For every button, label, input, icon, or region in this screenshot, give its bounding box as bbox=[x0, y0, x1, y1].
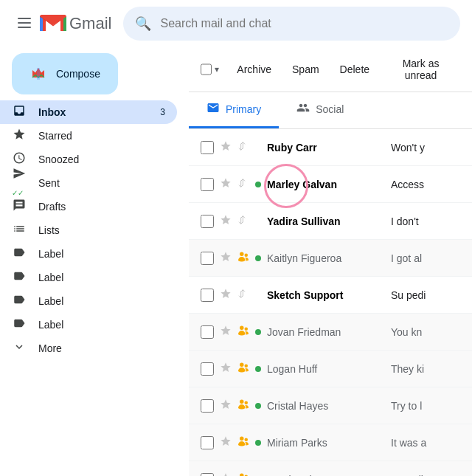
email-preview: They ki bbox=[391, 363, 460, 375]
tab-primary[interactable]: Primary bbox=[189, 92, 279, 128]
svg-rect-0 bbox=[18, 18, 31, 19]
star-icon[interactable] bbox=[220, 399, 232, 413]
email-checkbox[interactable] bbox=[201, 436, 214, 449]
email-checkbox[interactable] bbox=[201, 141, 214, 154]
star-icon[interactable] bbox=[220, 435, 232, 450]
sidebar-item-label-drafts: Drafts bbox=[38, 201, 66, 213]
select-dropdown-icon[interactable]: ▾ bbox=[215, 64, 219, 75]
sidebar-item-more[interactable]: More bbox=[0, 337, 177, 360]
email-row[interactable]: Sketch SupportSu pedi bbox=[189, 277, 472, 314]
email-preview: You wil bbox=[391, 474, 460, 477]
email-checkbox[interactable] bbox=[201, 325, 214, 339]
archive-button[interactable]: Archive bbox=[228, 59, 280, 80]
forward-icon bbox=[237, 435, 249, 450]
label3-icon bbox=[12, 293, 27, 310]
email-preview: Su pedi bbox=[391, 289, 460, 301]
email-preview: I don't bbox=[391, 215, 460, 227]
sender-name: Jovan Friedman bbox=[267, 326, 385, 338]
mark-unread-button[interactable]: Mark as unread bbox=[381, 53, 460, 86]
tabs-bar: Primary Social bbox=[189, 92, 472, 129]
sidebar-item-label2[interactable]: Label bbox=[0, 266, 177, 289]
delete-button[interactable]: Delete bbox=[331, 59, 378, 80]
email-checkbox[interactable] bbox=[201, 252, 214, 265]
status-dot bbox=[255, 366, 261, 372]
sidebar-item-label4[interactable]: Label bbox=[0, 313, 177, 337]
forward-icon bbox=[237, 472, 249, 477]
email-preview: Try to l bbox=[391, 400, 460, 412]
email-row[interactable]: Brooks RiceYou wil bbox=[189, 461, 472, 476]
email-row[interactable]: Jovan FriedmanYou kn bbox=[189, 314, 472, 351]
sidebar-item-drafts[interactable]: Drafts bbox=[0, 195, 177, 218]
star-icon[interactable] bbox=[220, 325, 232, 339]
forward-icon bbox=[237, 325, 249, 339]
email-row[interactable]: Ruby CarrWon't y bbox=[189, 129, 472, 166]
search-input[interactable] bbox=[160, 17, 448, 30]
star-icon[interactable] bbox=[220, 140, 232, 155]
sidebar-item-label-label2: Label bbox=[38, 272, 63, 283]
sidebar-item-starred[interactable]: Starred bbox=[0, 124, 177, 148]
compose-button[interactable]: Compose bbox=[12, 53, 118, 94]
sidebar-item-label-more: More bbox=[38, 342, 62, 354]
sender-name: Marley Galvan bbox=[267, 179, 385, 190]
tab-primary-label: Primary bbox=[226, 103, 261, 115]
email-checkbox[interactable] bbox=[201, 362, 214, 376]
sidebar-item-lists[interactable]: Lists bbox=[0, 218, 177, 242]
email-checkbox[interactable] bbox=[201, 399, 214, 413]
sidebar: Compose Inbox3StarredSnoozed✓✓SentDrafts… bbox=[0, 47, 189, 476]
sender-name: Cristal Hayes bbox=[267, 400, 385, 412]
search-bar[interactable]: 🔍 bbox=[123, 7, 460, 41]
email-checkbox[interactable] bbox=[201, 473, 214, 477]
gmail-logo: Gmail bbox=[40, 13, 111, 34]
header: Gmail 🔍 bbox=[0, 0, 472, 47]
sent-icon: ✓✓ bbox=[12, 167, 27, 199]
email-row[interactable]: Marley GalvanAccess bbox=[189, 166, 472, 203]
status-dot bbox=[255, 182, 261, 187]
starred-icon bbox=[12, 128, 27, 145]
email-row[interactable]: Logan HuffThey ki bbox=[189, 351, 472, 387]
sender-name: Kaitlyn Figueroa bbox=[267, 252, 385, 264]
app-title: Gmail bbox=[69, 14, 111, 33]
email-row[interactable]: Kaitlyn FigueroaI got al bbox=[189, 240, 472, 277]
email-row[interactable]: Miriam ParksIt was a bbox=[189, 424, 472, 461]
star-icon[interactable] bbox=[220, 251, 232, 266]
sender-name: Yadira Sullivan bbox=[267, 215, 385, 227]
star-icon[interactable] bbox=[220, 214, 232, 229]
primary-tab-icon bbox=[206, 101, 220, 117]
email-checkbox[interactable] bbox=[201, 215, 214, 228]
tab-social-label: Social bbox=[316, 103, 344, 115]
sender-name: Miriam Parks bbox=[267, 437, 385, 449]
nav-badge-inbox: 3 bbox=[160, 107, 165, 117]
tab-social[interactable]: Social bbox=[279, 92, 361, 128]
sidebar-item-label-label4: Label bbox=[38, 319, 63, 331]
email-row[interactable]: Yadira SullivanI don't bbox=[189, 203, 472, 240]
email-preview: Access bbox=[391, 179, 460, 190]
email-row[interactable]: Cristal HayesTry to l bbox=[189, 387, 472, 424]
sidebar-item-label-inbox: Inbox bbox=[38, 106, 66, 118]
sidebar-item-label1[interactable]: Label bbox=[0, 242, 177, 266]
forward-icon bbox=[237, 251, 249, 266]
email-checkbox[interactable] bbox=[201, 178, 214, 191]
status-dot bbox=[255, 255, 261, 261]
sidebar-item-sent[interactable]: ✓✓Sent bbox=[0, 171, 177, 195]
star-icon[interactable] bbox=[220, 362, 232, 376]
star-icon[interactable] bbox=[220, 472, 232, 477]
star-icon[interactable] bbox=[220, 177, 232, 192]
sidebar-item-label3[interactable]: Label bbox=[0, 289, 177, 313]
email-preview: It was a bbox=[391, 437, 460, 449]
select-all-checkbox[interactable] bbox=[201, 63, 212, 76]
spam-button[interactable]: Spam bbox=[283, 59, 328, 80]
star-icon[interactable] bbox=[220, 288, 232, 303]
menu-icon[interactable] bbox=[12, 12, 37, 36]
sidebar-item-snoozed[interactable]: Snoozed bbox=[0, 148, 177, 171]
email-preview: You kn bbox=[391, 326, 460, 338]
sidebar-item-label-label3: Label bbox=[38, 295, 63, 307]
nav-list: Inbox3StarredSnoozed✓✓SentDraftsListsLab… bbox=[0, 100, 189, 360]
status-dot bbox=[255, 403, 261, 409]
sender-name: Logan Huff bbox=[267, 363, 385, 375]
forward-icon bbox=[237, 214, 249, 229]
sidebar-item-label-snoozed: Snoozed bbox=[38, 154, 79, 165]
forward-icon bbox=[237, 177, 249, 192]
sidebar-item-inbox[interactable]: Inbox3 bbox=[0, 100, 177, 124]
forward-icon bbox=[237, 362, 249, 376]
email-checkbox[interactable] bbox=[201, 289, 214, 302]
